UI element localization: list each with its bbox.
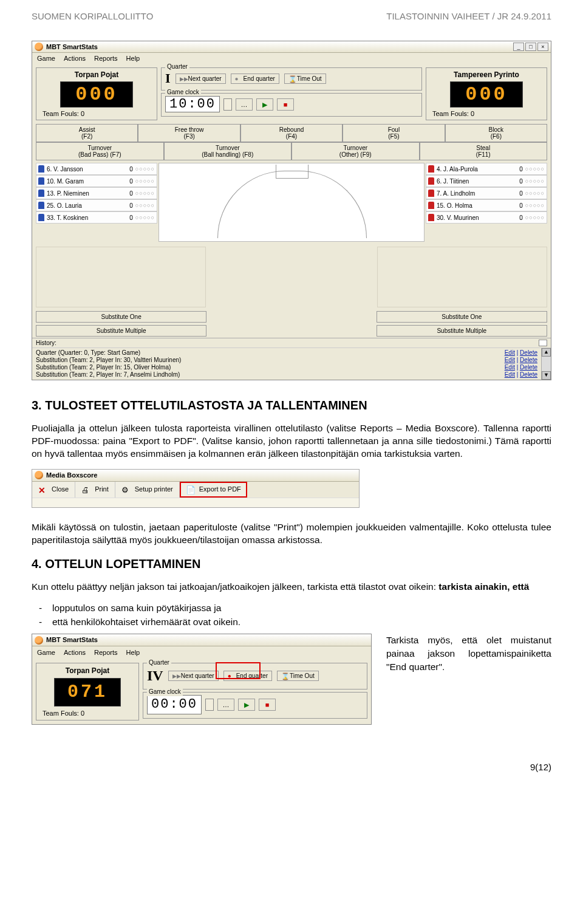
section4-intro-bold: tarkista ainakin, että [438, 581, 529, 592]
next-quarter-label: Next quarter [188, 75, 222, 82]
away-team-box: Tampereen Pyrinto 000 Team Fouls: 0 [426, 67, 547, 120]
player-fouls: ○○○○○ [525, 178, 545, 184]
player-score: 0 [511, 190, 523, 197]
clock-adjust[interactable] [223, 98, 232, 111]
history-edit-link[interactable]: Edit [505, 364, 515, 371]
mb-close-label: Close [52, 485, 69, 494]
away-sub-multi[interactable]: Substitute Multiple [377, 325, 547, 337]
action-button[interactable]: Foul(F5) [343, 124, 445, 142]
action-button[interactable]: Free throw(F3) [138, 124, 240, 142]
eq-clock-label: Game clock [147, 688, 183, 696]
bench-area-right [377, 247, 547, 307]
game-clock-label: Game clock [165, 89, 201, 95]
history-collapse-icon[interactable] [539, 340, 547, 346]
page-number: 9(12) [32, 761, 551, 773]
section3-heading: 3. TULOSTEET OTTELUTILASTOSTA JA TALLENT… [32, 397, 551, 414]
clock-more-button[interactable]: … [236, 98, 253, 111]
clock-stop-button[interactable]: ■ [277, 98, 294, 111]
maximize-button[interactable]: □ [525, 43, 536, 51]
history-delete-link[interactable]: Delete [520, 364, 537, 371]
section4-intro: Kun ottelu päättyy neljän jakson tai jat… [32, 581, 551, 594]
action-button[interactable]: Assist(F2) [36, 124, 138, 142]
time-out-button[interactable]: Time Out [284, 74, 326, 84]
player-fouls: ○○○○○ [525, 214, 545, 221]
player-row[interactable]: 6. J. Tiitinen0○○○○○ [426, 175, 547, 187]
eq-title: MBT SmartStats [46, 635, 369, 645]
menu-game[interactable]: Game [37, 55, 55, 62]
action-button[interactable]: Block(F6) [445, 124, 547, 142]
menu-help[interactable]: Help [126, 55, 140, 62]
menu-actions[interactable]: Actions [64, 55, 86, 62]
history-item-actions: Edit | Delete [486, 357, 537, 364]
mb-close-button[interactable]: ✕ Close [32, 482, 75, 498]
home-sub-multi[interactable]: Substitute Multiple [36, 325, 206, 337]
player-name: 6. J. Tiitinen [437, 178, 508, 185]
eq-menu-help[interactable]: Help [126, 648, 140, 657]
eq-clock-stop[interactable]: ■ [259, 699, 276, 711]
menu-reports[interactable]: Reports [94, 55, 118, 62]
player-row[interactable]: 7. A. Lindholm0○○○○○ [426, 187, 547, 199]
jersey-icon [428, 214, 434, 221]
court-diagram[interactable] [159, 163, 424, 242]
player-row[interactable]: 10. M. Garam0○○○○○ [36, 175, 157, 187]
mb-setup-button[interactable]: Setup printer [115, 482, 180, 498]
player-row[interactable]: 25. O. Lauria0○○○○○ [36, 199, 157, 211]
hourglass-icon [281, 672, 287, 679]
player-row[interactable]: 33. T. Koskinen0○○○○○ [36, 211, 157, 224]
end-quarter-label: End quarter [244, 75, 275, 82]
action-button[interactable]: Turnover(Ball handling) (F8) [164, 142, 292, 160]
player-fouls: ○○○○○ [525, 202, 545, 208]
history-item-actions: Edit | Delete [486, 364, 537, 371]
scroll-down-icon[interactable]: ▼ [542, 371, 551, 380]
next-quarter-button[interactable]: Next quarter [176, 74, 226, 84]
mb-print-button[interactable]: Print [75, 482, 115, 498]
player-row[interactable]: 30. V. Muurinen0○○○○○ [426, 211, 547, 224]
player-row[interactable]: 4. J. Ala-Purola0○○○○○ [426, 163, 547, 175]
action-button[interactable]: Rebound(F4) [240, 124, 343, 142]
history-delete-link[interactable]: Delete [520, 371, 537, 378]
eq-clock-more[interactable]: … [217, 699, 234, 711]
eq-menu-actions[interactable]: Actions [64, 648, 86, 657]
eq-clock-adjust[interactable] [205, 699, 214, 711]
player-row[interactable]: 15. O. Holma0○○○○○ [426, 199, 547, 211]
action-button[interactable]: Turnover(Bad Pass) (F7) [36, 142, 164, 160]
home-sub-one[interactable]: Substitute One [36, 311, 206, 323]
history-scrollbar[interactable]: ▲ ▼ [541, 348, 551, 380]
history-item: Substitution (Team: 2, Player In: 30, Va… [36, 357, 483, 364]
home-team-box: Torpan Pojat 000 Team Fouls: 0 [36, 67, 157, 120]
history-delete-link[interactable]: Delete [520, 349, 537, 356]
section4-intro-text: Kun ottelu päättyy neljän jakson tai jat… [32, 581, 438, 592]
away-sub-one[interactable]: Substitute One [377, 311, 547, 323]
home-players: 6. V. Jansson0○○○○○10. M. Garam0○○○○○13.… [36, 163, 157, 242]
player-fouls: ○○○○○ [525, 166, 545, 172]
game-clock-fieldset: Game clock 10:00 … ▶ ■ [161, 93, 422, 117]
history-edit-link[interactable]: Edit [505, 357, 515, 363]
player-score: 0 [121, 202, 133, 209]
jersey-icon [38, 190, 44, 197]
player-name: 4. J. Ala-Purola [437, 166, 508, 173]
jersey-icon [428, 202, 434, 209]
eq-clock-play[interactable]: ▶ [238, 699, 255, 711]
eq-menu-game[interactable]: Game [37, 648, 55, 657]
player-row[interactable]: 6. V. Jansson0○○○○○ [36, 163, 157, 175]
eq-menu-reports[interactable]: Reports [94, 648, 118, 657]
clock-play-button[interactable]: ▶ [256, 98, 273, 111]
history-delete-link[interactable]: Delete [520, 357, 537, 363]
close-button[interactable]: × [537, 43, 548, 51]
scroll-up-icon[interactable]: ▲ [542, 348, 551, 357]
minimize-button[interactable]: _ [513, 43, 524, 51]
player-score: 0 [511, 214, 523, 221]
history-edit-link[interactable]: Edit [505, 371, 515, 378]
action-button[interactable]: Turnover(Other) (F9) [292, 142, 420, 160]
history-edit-link[interactable]: Edit [505, 349, 515, 356]
action-button[interactable]: Steal(F11) [420, 142, 548, 160]
eq-home-team: Torpan Pojat [39, 666, 136, 676]
player-name: 33. T. Koskinen [47, 214, 118, 221]
player-row[interactable]: 13. P. Nieminen0○○○○○ [36, 187, 157, 199]
eq-time-out-button[interactable]: Time Out [277, 671, 319, 681]
mb-export-pdf-button[interactable]: Export to PDF [180, 482, 247, 498]
time-out-label: Time Out [297, 75, 322, 82]
end-quarter-button[interactable]: End quarter [231, 74, 279, 84]
away-score: 000 [450, 81, 523, 108]
eq-next-quarter-button[interactable]: Next quarter [168, 671, 219, 681]
